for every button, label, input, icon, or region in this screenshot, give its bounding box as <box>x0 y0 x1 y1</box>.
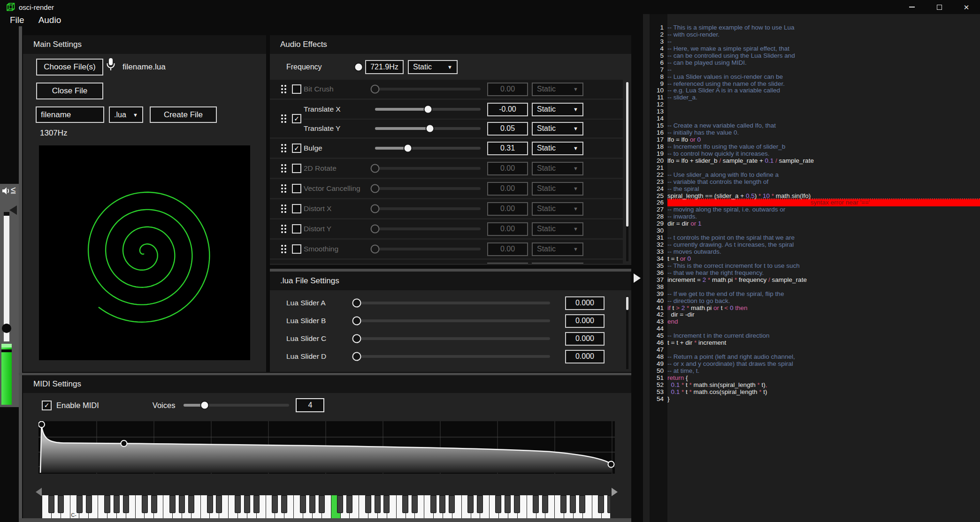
value-box[interactable]: 0.000 <box>565 350 605 363</box>
slider[interactable] <box>375 248 481 250</box>
effect-checkbox[interactable]: ✓ <box>292 144 301 153</box>
slider-thumb[interactable] <box>352 317 361 325</box>
piano-black-key[interactable] <box>598 495 604 513</box>
effect-checkbox[interactable] <box>292 224 301 234</box>
value-box[interactable]: 0.00 <box>487 202 528 216</box>
choose-file-button[interactable]: Choose File(s) <box>36 59 103 76</box>
slider[interactable] <box>375 127 481 130</box>
code-line[interactable]: 40-- direction to go back. <box>643 298 980 305</box>
piano-black-key[interactable] <box>542 495 548 513</box>
piano-black-key[interactable] <box>309 495 315 513</box>
speaker-icon[interactable] <box>2 187 10 197</box>
code-line[interactable]: 33-- moves outwards. <box>643 249 980 256</box>
drag-handle-icon[interactable] <box>281 114 286 123</box>
piano-black-key[interactable] <box>272 495 278 513</box>
code-line[interactable]: 46t = t + dir * increment <box>643 340 980 347</box>
code-line[interactable]: 45-- Increment t in the current directio… <box>643 333 980 340</box>
menu-audio[interactable]: Audio <box>31 15 69 25</box>
piano-black-key[interactable] <box>114 495 120 513</box>
code-line[interactable]: 43end <box>643 318 980 325</box>
piano-black-key[interactable] <box>607 495 611 513</box>
code-line[interactable]: 4-- Here, we make a simple spiral effect… <box>643 45 980 53</box>
code-line[interactable]: 27-- moving along the spiral, i.e. outwa… <box>643 206 980 213</box>
piano-black-key[interactable] <box>477 495 483 513</box>
code-line[interactable]: 22-- Use slider_a along with lfo to defi… <box>643 172 980 179</box>
drag-handle-icon[interactable] <box>281 184 286 193</box>
code-line[interactable]: 47 <box>643 347 980 354</box>
editor-collapse-arrow[interactable] <box>634 273 641 283</box>
code-line[interactable]: 38 <box>643 284 980 291</box>
code-line[interactable]: 26syntax error near '==' <box>643 199 980 206</box>
lua-code-editor[interactable]: 1-- This is a simple example of how to u… <box>643 14 980 522</box>
slider-thumb[interactable] <box>371 225 380 234</box>
effects-scrollbar-thumb[interactable] <box>626 82 628 227</box>
code-line[interactable]: 37increment = 2 * math.pi * frequency / … <box>643 277 980 284</box>
code-line[interactable]: 14 <box>643 115 980 122</box>
piano-black-key[interactable] <box>300 495 306 513</box>
close-file-button[interactable]: Close File <box>36 83 103 99</box>
drag-handle-icon[interactable] <box>281 85 286 93</box>
adsr-envelope[interactable] <box>38 421 615 474</box>
code-line[interactable]: 19-- to control how quickly it increases… <box>643 151 980 158</box>
slider-thumb[interactable] <box>371 184 380 193</box>
code-line[interactable]: 44 <box>643 325 980 333</box>
code-line[interactable]: 41if t > 2 * math.pi or t < 0 then <box>643 305 980 312</box>
volume-max-marker[interactable] <box>9 205 17 215</box>
value-box[interactable]: -0.00 <box>487 103 528 116</box>
value-box[interactable]: 0.000 <box>565 332 605 346</box>
volume-slider-track[interactable] <box>4 212 9 341</box>
piano-black-key[interactable] <box>412 495 418 513</box>
piano-black-key[interactable] <box>467 495 474 513</box>
slider-thumb[interactable] <box>371 245 380 254</box>
slider-thumb[interactable] <box>352 334 361 343</box>
keyboard-scroll-right-icon[interactable] <box>612 488 618 496</box>
piano-black-key[interactable] <box>560 495 567 513</box>
effects-scrollbar[interactable] <box>626 82 628 261</box>
slider[interactable] <box>375 147 481 150</box>
envelope-node-attack[interactable] <box>38 422 45 428</box>
piano-black-key[interactable] <box>430 495 436 513</box>
envelope-node-release[interactable] <box>608 461 614 468</box>
envelope-node-decay[interactable] <box>121 440 127 446</box>
piano-black-key[interactable] <box>77 495 83 513</box>
piano-black-key[interactable] <box>142 495 148 513</box>
piano-black-key[interactable] <box>365 495 371 513</box>
code-line[interactable]: 53 0.1 * t * math.cos(spiral_length * t) <box>643 389 980 396</box>
mode-dropdown[interactable]: Static▼ <box>532 263 583 264</box>
code-line[interactable]: 51return { <box>643 375 980 382</box>
value-box[interactable]: 0.00 <box>487 83 528 96</box>
slider[interactable] <box>375 227 481 230</box>
piano-black-key[interactable] <box>383 495 390 513</box>
slider-thumb[interactable] <box>426 124 435 133</box>
drag-handle-icon[interactable] <box>281 144 286 152</box>
value-box[interactable]: 0.05 <box>487 122 528 136</box>
effect-checkbox[interactable] <box>292 164 301 173</box>
effect-checkbox[interactable] <box>292 84 301 94</box>
code-line[interactable]: 36-- that we hear the right frequency. <box>643 270 980 277</box>
drag-handle-icon[interactable] <box>281 164 286 173</box>
piano-black-key[interactable] <box>281 495 287 513</box>
code-line[interactable]: 17lfo = lfo or 0 <box>643 136 980 144</box>
piano-black-key[interactable] <box>86 495 92 513</box>
piano-black-key[interactable] <box>439 495 445 513</box>
code-line[interactable]: 32-- currently drawing. As t increases, … <box>643 242 980 249</box>
keyboard-scroll-left-icon[interactable] <box>36 488 42 496</box>
value-box[interactable]: 0.00 <box>487 222 528 236</box>
piano-black-key[interactable] <box>188 495 194 513</box>
extension-dropdown[interactable]: .lua▼ <box>109 106 143 123</box>
code-line[interactable]: 28-- inwards. <box>643 213 980 220</box>
piano-black-key[interactable] <box>179 495 185 513</box>
piano-black-key[interactable] <box>104 495 110 513</box>
slider-thumb[interactable] <box>371 204 380 213</box>
value-box[interactable]: 0.00 <box>487 263 528 264</box>
volume-slider-thumb[interactable] <box>2 324 11 333</box>
drag-handle-icon[interactable] <box>281 245 286 253</box>
mode-dropdown[interactable]: Static▼ <box>532 242 583 256</box>
slider-thumb[interactable] <box>352 299 361 308</box>
piano-black-key[interactable] <box>570 495 576 513</box>
code-line[interactable]: 31-- t controls the point on the spiral … <box>643 235 980 242</box>
piano-black-key[interactable] <box>169 495 176 513</box>
code-line[interactable]: 10-- e.g. Lua Slider A is in a variable … <box>643 87 980 94</box>
microphone-icon[interactable] <box>106 58 116 74</box>
slider-thumb[interactable] <box>371 164 380 173</box>
